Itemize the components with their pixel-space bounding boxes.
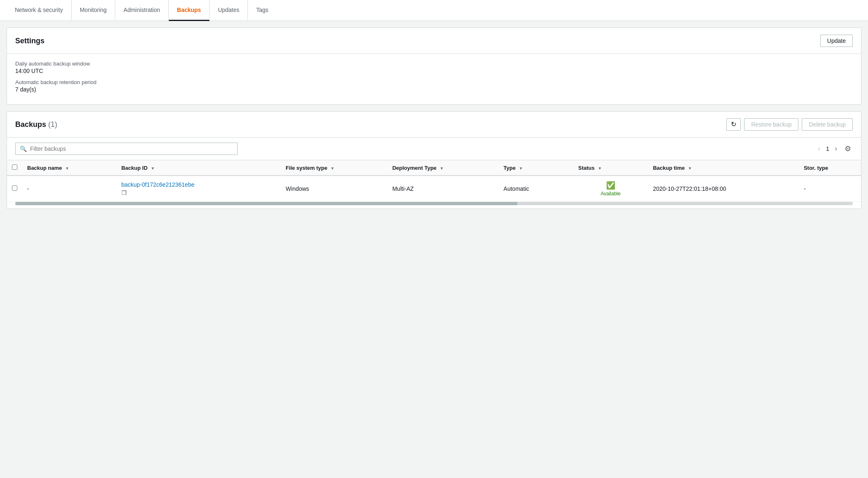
select-all-checkbox[interactable] bbox=[12, 164, 17, 170]
table-row: - backup-0f172c6e212361ebe ❐ Windows Mul… bbox=[7, 176, 861, 202]
th-fs-type: File system type ▼ bbox=[281, 160, 387, 176]
cell-backup-id: backup-0f172c6e212361ebe ❐ bbox=[117, 176, 281, 202]
backup-id-link[interactable]: backup-0f172c6e212361ebe bbox=[121, 181, 195, 188]
backups-table-wrap: Backup name ▼ Backup ID ▼ File system ty… bbox=[7, 160, 861, 202]
th-type: Type ▼ bbox=[499, 160, 573, 176]
column-settings-button[interactable]: ⚙ bbox=[843, 143, 853, 155]
retention-value: 7 day(s) bbox=[15, 86, 853, 93]
row-checkbox-cell bbox=[7, 176, 22, 202]
search-bar-row: 🔍 ‹ 1 › ⚙ bbox=[7, 138, 861, 160]
row-checkbox[interactable] bbox=[12, 185, 17, 191]
th-backup-time: Backup time ▼ bbox=[648, 160, 799, 176]
next-page-button[interactable]: › bbox=[833, 144, 840, 153]
th-status: Status ▼ bbox=[573, 160, 648, 176]
copy-icon[interactable]: ❐ bbox=[121, 190, 127, 196]
backup-window-label: Daily automatic backup window bbox=[15, 61, 853, 67]
sort-fs-type-icon[interactable]: ▼ bbox=[331, 166, 335, 171]
settings-card: Settings Update Daily automatic backup w… bbox=[7, 28, 861, 105]
tab-administration[interactable]: Administration bbox=[115, 0, 169, 21]
sort-type-icon[interactable]: ▼ bbox=[519, 166, 523, 171]
refresh-button[interactable]: ↻ bbox=[726, 118, 741, 131]
pagination-row: ‹ 1 › ⚙ bbox=[816, 143, 853, 155]
backups-table: Backup name ▼ Backup ID ▼ File system ty… bbox=[7, 160, 861, 202]
main-content: Settings Update Daily automatic backup w… bbox=[0, 21, 868, 216]
backups-card: Backups (1) ↻ Restore backup Delete back… bbox=[7, 111, 861, 209]
tab-updates[interactable]: Updates bbox=[210, 0, 248, 21]
tab-tags[interactable]: Tags bbox=[248, 0, 277, 21]
sort-status-icon[interactable]: ▼ bbox=[598, 166, 602, 171]
th-select-all bbox=[7, 160, 22, 176]
backup-window-item: Daily automatic backup window 14:00 UTC bbox=[15, 61, 853, 74]
cell-backup-time: 2020-10-27T22:01:18+08:00 bbox=[648, 176, 799, 202]
status-available-icon: ✅ bbox=[606, 181, 615, 190]
cell-type: Automatic bbox=[499, 176, 573, 202]
search-input[interactable] bbox=[30, 145, 233, 152]
retention-label: Automatic backup retention period bbox=[15, 79, 853, 85]
tab-bar: Network & security Monitoring Administra… bbox=[0, 0, 868, 21]
backups-title: Backups (1) bbox=[15, 120, 57, 129]
settings-body: Daily automatic backup window 14:00 UTC … bbox=[7, 54, 861, 104]
backups-title-wrap: Backups (1) bbox=[15, 120, 57, 129]
tab-backups[interactable]: Backups bbox=[169, 0, 210, 21]
sort-deploy-type-icon[interactable]: ▼ bbox=[440, 166, 444, 171]
cell-backup-name: - bbox=[22, 176, 117, 202]
delete-backup-button[interactable]: Delete backup bbox=[802, 118, 853, 131]
update-button[interactable]: Update bbox=[820, 35, 853, 47]
table-header-row: Backup name ▼ Backup ID ▼ File system ty… bbox=[7, 160, 861, 176]
tab-network-security[interactable]: Network & security bbox=[7, 0, 72, 21]
backup-window-value: 14:00 UTC bbox=[15, 68, 853, 74]
horizontal-scrollbar[interactable] bbox=[15, 202, 853, 205]
search-icon: 🔍 bbox=[20, 145, 27, 152]
retention-period-item: Automatic backup retention period 7 day(… bbox=[15, 79, 853, 93]
page-number: 1 bbox=[826, 145, 829, 152]
backups-actions: ↻ Restore backup Delete backup bbox=[726, 118, 853, 131]
backups-count: (1) bbox=[48, 120, 57, 129]
sort-backup-id-icon[interactable]: ▼ bbox=[151, 166, 155, 171]
cell-deploy-type: Multi-AZ bbox=[387, 176, 499, 202]
restore-backup-button[interactable]: Restore backup bbox=[744, 118, 798, 131]
scrollbar-thumb bbox=[15, 202, 518, 205]
prev-page-button[interactable]: ‹ bbox=[816, 144, 823, 153]
sort-backup-time-icon[interactable]: ▼ bbox=[688, 166, 692, 171]
backups-header: Backups (1) ↻ Restore backup Delete back… bbox=[7, 112, 861, 138]
status-text: Available bbox=[601, 191, 621, 197]
th-storage-type: Stor. type bbox=[799, 160, 861, 176]
th-backup-name: Backup name ▼ bbox=[22, 160, 117, 176]
settings-title: Settings bbox=[15, 37, 44, 45]
tab-monitoring[interactable]: Monitoring bbox=[72, 0, 115, 21]
sort-backup-name-icon[interactable]: ▼ bbox=[65, 166, 69, 171]
backups-tbody: - backup-0f172c6e212361ebe ❐ Windows Mul… bbox=[7, 176, 861, 202]
th-backup-id: Backup ID ▼ bbox=[117, 160, 281, 176]
cell-status: ✅ Available bbox=[573, 176, 648, 202]
th-deploy-type: Deployment Type ▼ bbox=[387, 160, 499, 176]
search-input-wrap[interactable]: 🔍 bbox=[15, 143, 238, 155]
cell-storage-type: - bbox=[799, 176, 861, 202]
cell-fs-type: Windows bbox=[281, 176, 387, 202]
settings-header: Settings Update bbox=[7, 28, 861, 54]
